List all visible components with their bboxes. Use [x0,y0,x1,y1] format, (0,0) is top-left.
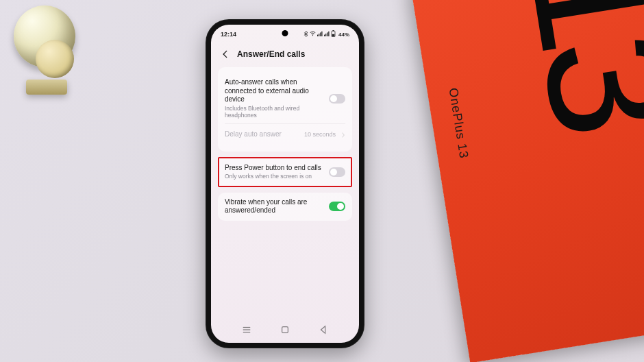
svg-rect-3 [320,32,321,36]
row-auto-answer[interactable]: Auto-answer calls when connected to exte… [225,74,345,123]
settings-list: Auto-answer calls when connected to exte… [218,67,352,226]
page-title: Answer/End calls [237,49,305,59]
battery-icon [331,30,336,38]
status-icons: 44% [304,30,349,38]
row-power-end[interactable]: Press Power button to end calls Only wor… [225,162,345,182]
svg-point-0 [312,35,313,36]
svg-rect-1 [317,35,318,36]
nav-bar [211,322,359,337]
phone-device: 12:14 44% [206,19,364,348]
svg-rect-7 [327,32,327,36]
auto-answer-title: Auto-answer calls when connected to exte… [225,78,323,104]
box-brand-label: OnePlus 13 [445,87,471,160]
back-button[interactable] [221,49,230,59]
svg-rect-5 [324,35,325,36]
svg-rect-8 [328,32,329,36]
svg-rect-2 [319,34,319,36]
phone-screen: 12:14 44% [211,25,359,343]
svg-rect-6 [325,34,326,36]
vibrate-toggle[interactable] [329,202,345,211]
box-number: 13 [488,0,644,136]
power-end-subtitle: Only works when the screen is on [225,173,323,180]
row-vibrate[interactable]: Vibrate when your calls are answered/end… [218,193,352,221]
chevron-right-icon [341,128,345,141]
auto-answer-subtitle: Includes Bluetooth and wired headphones [225,105,323,119]
nav-home-button[interactable] [280,324,290,335]
svg-rect-15 [282,327,288,333]
nav-recents-button[interactable] [241,324,252,335]
vibrate-title: Vibrate when your calls are answered/end… [225,198,323,215]
power-end-title: Press Power button to end calls [225,164,323,173]
auto-answer-group: Auto-answer calls when connected to exte… [218,67,352,152]
auto-answer-toggle[interactable] [329,94,345,104]
delay-title: Delay auto answer [225,130,299,139]
bluetooth-icon [304,31,308,38]
signal-2-icon [324,31,330,38]
status-time: 12:14 [221,31,236,38]
svg-rect-11 [332,34,335,36]
desk-clock-ornament [7,5,89,108]
nav-back-button[interactable] [318,324,329,335]
row-delay-auto-answer: Delay auto answer 10 seconds [225,123,345,145]
row-power-end-highlight: Press Power button to end calls Only wor… [218,157,352,187]
svg-rect-4 [321,32,322,36]
power-end-toggle[interactable] [329,167,345,177]
signal-icon [317,31,323,38]
page-header: Answer/End calls [211,44,359,64]
svg-rect-10 [332,30,334,31]
wifi-icon [310,31,316,38]
status-bar: 12:14 44% [211,27,359,41]
product-box: 13 OnePlus 13 [410,0,644,362]
battery-percent: 44% [338,32,349,38]
delay-value: 10 seconds [304,131,336,138]
